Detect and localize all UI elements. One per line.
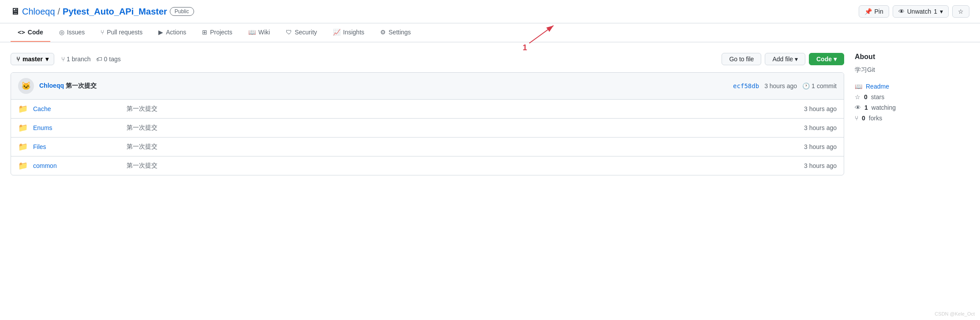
commit-info: Chloeqq 第一次提交 bbox=[39, 82, 728, 90]
file-name[interactable]: Cache bbox=[33, 105, 121, 112]
watching-count: 1 bbox=[864, 104, 868, 111]
table-row: 📁 Files 第一次提交 3 hours ago bbox=[11, 138, 844, 156]
about-section: About 学习Git 📖 Readme ☆ 0 stars 👁 1 watch… bbox=[855, 53, 969, 123]
pin-button[interactable]: 📌 Pin bbox=[859, 5, 889, 18]
forks-item: ⑂ 0 forks bbox=[855, 113, 969, 123]
branch-count-link[interactable]: ⑂ 1 branch bbox=[61, 56, 91, 63]
tag-count-link[interactable]: 🏷 0 tags bbox=[96, 56, 121, 63]
watching-item: 👁 1 watching bbox=[855, 102, 969, 113]
chevron-down-icon: ▾ bbox=[45, 56, 49, 63]
file-time: 3 hours ago bbox=[804, 162, 837, 169]
commit-row: 🐱 Chloeqq 第一次提交 ecf58db 3 hours ago 🕐 1 … bbox=[11, 73, 844, 100]
repo-title: 🖥 Chloeqq / Pytest_Auto_APi_Master Publi… bbox=[11, 7, 852, 17]
branch-selector-icon: ⑂ bbox=[16, 56, 20, 63]
commit-time: 3 hours ago bbox=[764, 82, 797, 89]
tag-icon: 🏷 bbox=[96, 56, 102, 63]
eye-icon: 👁 bbox=[898, 8, 905, 15]
tag-label: tags bbox=[109, 56, 120, 63]
add-file-chevron-icon: ▾ bbox=[795, 56, 798, 63]
folder-icon: 📁 bbox=[18, 104, 28, 114]
readme-item: 📖 Readme bbox=[855, 81, 969, 92]
header-actions: 📌 Pin 👁 Unwatch 1 ▾ ☆ bbox=[859, 5, 970, 18]
table-row: 📁 common 第一次提交 3 hours ago bbox=[11, 156, 844, 175]
stars-label: stars bbox=[871, 93, 884, 100]
table-row: 📁 Enums 第一次提交 3 hours ago bbox=[11, 119, 844, 138]
about-description: 学习Git bbox=[855, 66, 969, 74]
branch-selector[interactable]: ⑂ master ▾ bbox=[11, 53, 54, 65]
svg-line-1 bbox=[529, 26, 554, 43]
star-icon: ☆ bbox=[958, 8, 964, 15]
book-icon: 📖 bbox=[855, 83, 862, 90]
star-icon: ☆ bbox=[855, 93, 860, 100]
branch-selector-name: master bbox=[22, 56, 43, 63]
forks-label: forks bbox=[869, 115, 882, 122]
history-icon: 🕐 bbox=[802, 82, 810, 89]
commit-hash-link[interactable]: ecf58db bbox=[733, 82, 759, 89]
tab-insights[interactable]: 📈 Insights bbox=[326, 23, 371, 42]
sidebar: About 学习Git 📖 Readme ☆ 0 stars 👁 1 watch… bbox=[855, 53, 969, 175]
file-name[interactable]: common bbox=[33, 162, 121, 169]
readme-link[interactable]: Readme bbox=[866, 83, 889, 90]
file-table: 🐱 Chloeqq 第一次提交 ecf58db 3 hours ago 🕐 1 … bbox=[11, 72, 844, 175]
pin-icon: 📌 bbox=[864, 8, 872, 15]
nav-tabs: <> Code ◎ Issues ⑂ Pull requests ▶ Actio… bbox=[0, 23, 980, 42]
tab-projects[interactable]: ⊞ Projects bbox=[195, 23, 239, 42]
commit-count-number: 1 bbox=[812, 82, 815, 89]
repo-name-link[interactable]: Pytest_Auto_APi_Master bbox=[63, 7, 167, 17]
branch-right: Go to file Add file ▾ Code ▾ bbox=[722, 53, 844, 65]
tab-pull-requests[interactable]: ⑂ Pull requests bbox=[94, 23, 150, 42]
tab-security[interactable]: 🛡 Security bbox=[279, 23, 324, 42]
code-chevron-icon: ▾ bbox=[834, 56, 837, 63]
insights-icon: 📈 bbox=[333, 29, 340, 36]
code-button[interactable]: Code ▾ bbox=[809, 53, 844, 65]
shield-icon: 🛡 bbox=[286, 29, 292, 36]
star-button[interactable]: ☆ bbox=[952, 5, 969, 18]
fork-icon: ⑂ bbox=[855, 115, 858, 122]
main-content: ⑂ master ▾ ⑂ 1 branch 🏷 0 tags bbox=[0, 42, 980, 186]
code-label: Code bbox=[816, 56, 832, 63]
actions-icon: ▶ bbox=[158, 29, 163, 36]
table-row: 📁 Cache 第一次提交 3 hours ago bbox=[11, 100, 844, 119]
folder-icon: 📁 bbox=[18, 142, 28, 152]
add-file-button[interactable]: Add file ▾ bbox=[765, 53, 805, 65]
go-to-file-button[interactable]: Go to file bbox=[722, 53, 761, 65]
gear-icon: ⚙ bbox=[380, 29, 386, 36]
unwatch-button[interactable]: 👁 Unwatch 1 ▾ bbox=[893, 5, 949, 18]
pull-requests-icon: ⑂ bbox=[101, 29, 104, 36]
visibility-badge: Public bbox=[170, 7, 194, 16]
tag-count: 0 bbox=[104, 56, 108, 63]
about-title: About bbox=[855, 53, 969, 61]
file-time: 3 hours ago bbox=[804, 124, 837, 131]
file-message: 第一次提交 bbox=[127, 143, 799, 151]
owner-link[interactable]: Chloeqq bbox=[22, 7, 55, 17]
file-message: 第一次提交 bbox=[127, 162, 799, 170]
tab-wiki[interactable]: 📖 Wiki bbox=[241, 23, 277, 42]
tab-code[interactable]: <> Code bbox=[11, 23, 50, 42]
add-file-label: Add file bbox=[772, 56, 793, 63]
avatar: 🐱 bbox=[18, 78, 34, 94]
tab-actions[interactable]: ▶ Actions bbox=[151, 23, 193, 42]
unwatch-label: Unwatch bbox=[907, 8, 931, 15]
file-name[interactable]: Files bbox=[33, 143, 121, 150]
file-message: 第一次提交 bbox=[127, 105, 799, 113]
file-name[interactable]: Enums bbox=[33, 124, 121, 131]
issues-icon: ◎ bbox=[59, 29, 64, 36]
repo-content: ⑂ master ▾ ⑂ 1 branch 🏷 0 tags bbox=[11, 53, 844, 175]
watching-label: watching bbox=[872, 104, 896, 111]
commit-meta: ecf58db 3 hours ago 🕐 1 commit bbox=[733, 82, 837, 89]
commit-message: 第一次提交 bbox=[66, 82, 97, 89]
branch-count: 1 bbox=[67, 56, 70, 63]
commit-count: 🕐 1 commit bbox=[802, 82, 837, 89]
projects-icon: ⊞ bbox=[202, 29, 207, 36]
wiki-icon: 📖 bbox=[248, 29, 256, 36]
tab-settings[interactable]: ⚙ Settings bbox=[373, 23, 418, 42]
separator: / bbox=[58, 7, 60, 17]
folder-icon: 📁 bbox=[18, 123, 28, 133]
tab-issues[interactable]: ◎ Issues bbox=[52, 23, 92, 42]
branch-left: ⑂ master ▾ ⑂ 1 branch 🏷 0 tags bbox=[11, 53, 121, 65]
chevron-down-icon: ▾ bbox=[940, 8, 943, 15]
commit-label: commit bbox=[817, 82, 837, 89]
code-icon: <> bbox=[18, 29, 25, 36]
commit-author[interactable]: Chloeqq bbox=[39, 82, 64, 89]
branch-toolbar: ⑂ master ▾ ⑂ 1 branch 🏷 0 tags bbox=[11, 53, 844, 65]
